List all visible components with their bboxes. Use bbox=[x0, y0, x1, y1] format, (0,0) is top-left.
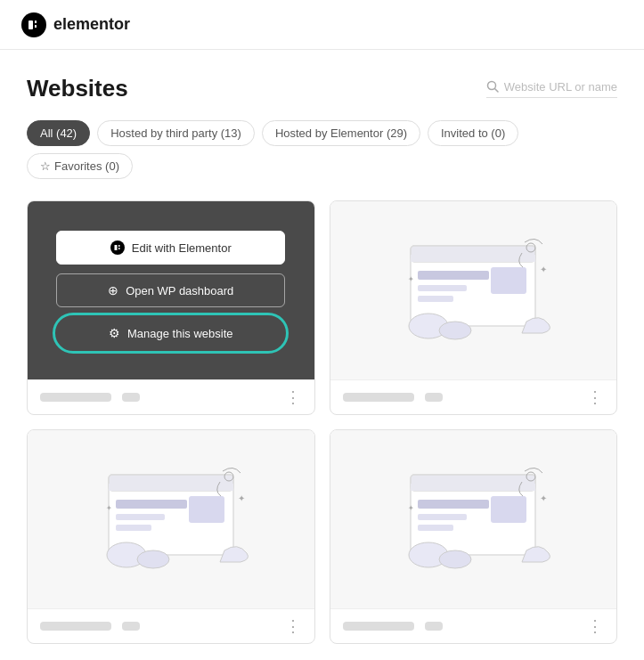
logo-area: elementor bbox=[21, 12, 130, 37]
svg-rect-10 bbox=[411, 255, 535, 262]
tab-favorites-label: Favorites (0) bbox=[54, 159, 119, 173]
gear-icon: ⚙ bbox=[109, 326, 120, 340]
svg-text:✦: ✦ bbox=[106, 504, 112, 512]
manage-website-button[interactable]: ⚙ Manage this website bbox=[56, 316, 285, 350]
svg-point-41 bbox=[439, 550, 471, 568]
site-name-detail-3 bbox=[122, 622, 140, 631]
svg-rect-25 bbox=[116, 525, 151, 531]
svg-rect-35 bbox=[418, 500, 489, 509]
svg-rect-23 bbox=[116, 500, 187, 509]
website-card-4: ✦ ✦ ⋮ bbox=[330, 429, 618, 644]
card-thumbnail-2: ✦ ✦ bbox=[330, 201, 617, 379]
wp-button-label: Open WP dashboard bbox=[126, 284, 233, 297]
more-options-2[interactable]: ⋮ bbox=[587, 389, 604, 405]
filter-tabs: All (42) Hosted by third party (13) Host… bbox=[27, 120, 617, 179]
svg-text:✦: ✦ bbox=[238, 493, 245, 503]
svg-rect-1 bbox=[35, 20, 37, 23]
svg-rect-34 bbox=[411, 484, 535, 491]
svg-rect-5 bbox=[114, 245, 117, 250]
svg-rect-13 bbox=[418, 296, 453, 302]
star-icon: ☆ bbox=[40, 159, 51, 173]
logo-icon bbox=[21, 12, 46, 37]
site-name-detail-1 bbox=[122, 393, 140, 402]
card-thumbnail-4: ✦ ✦ bbox=[330, 430, 617, 608]
search-placeholder-text: Website URL or name bbox=[504, 80, 617, 94]
svg-text:✦: ✦ bbox=[540, 265, 547, 274]
svg-rect-0 bbox=[29, 20, 33, 29]
tab-invited[interactable]: Invited to (0) bbox=[428, 120, 518, 146]
card-footer-2: ⋮ bbox=[330, 379, 617, 414]
svg-rect-24 bbox=[116, 514, 165, 520]
site-info-left-1 bbox=[40, 393, 140, 402]
open-wp-dashboard-button[interactable]: ⊕ Open WP dashboard bbox=[56, 273, 285, 307]
svg-rect-22 bbox=[109, 484, 233, 491]
svg-rect-6 bbox=[118, 245, 120, 247]
more-options-3[interactable]: ⋮ bbox=[285, 618, 302, 634]
svg-text:✦: ✦ bbox=[408, 275, 414, 283]
site-name-2 bbox=[343, 393, 414, 402]
svg-rect-2 bbox=[35, 25, 37, 28]
tab-third-party[interactable]: Hosted by third party (13) bbox=[97, 120, 255, 146]
svg-rect-14 bbox=[491, 267, 526, 294]
more-options-1[interactable]: ⋮ bbox=[285, 389, 302, 405]
site-illustration-4: ✦ ✦ bbox=[330, 430, 617, 608]
tab-favorites[interactable]: ☆ Favorites (0) bbox=[27, 153, 133, 179]
svg-rect-11 bbox=[418, 271, 489, 280]
more-options-4[interactable]: ⋮ bbox=[587, 618, 604, 634]
search-area[interactable]: Website URL or name bbox=[486, 80, 617, 98]
site-name-1 bbox=[40, 393, 111, 402]
svg-rect-7 bbox=[118, 248, 120, 249]
svg-rect-37 bbox=[418, 525, 453, 531]
card-footer-1: ⋮ bbox=[28, 379, 314, 414]
overlay-buttons: Edit with Elementor ⊕ Open WP dashboard … bbox=[56, 231, 285, 350]
elementor-small-icon bbox=[110, 240, 125, 255]
title-row: Websites Website URL or name bbox=[27, 75, 617, 102]
manage-button-label: Manage this website bbox=[127, 327, 233, 340]
site-name-3 bbox=[40, 622, 111, 631]
svg-rect-26 bbox=[189, 496, 224, 523]
website-card-2: ✦ ✦ ⋮ bbox=[330, 200, 618, 415]
website-card-1: Edit with Elementor ⊕ Open WP dashboard … bbox=[27, 200, 315, 415]
app-header: elementor bbox=[0, 0, 644, 50]
main-content: Websites Website URL or name All (42) Ho… bbox=[0, 50, 644, 660]
svg-rect-38 bbox=[491, 496, 526, 523]
card-footer-3: ⋮ bbox=[28, 608, 314, 643]
card-footer-4: ⋮ bbox=[330, 608, 617, 643]
svg-point-29 bbox=[137, 550, 169, 568]
site-illustration-2: ✦ ✦ bbox=[330, 201, 617, 379]
site-name-4 bbox=[343, 622, 414, 631]
svg-point-17 bbox=[439, 322, 471, 339]
svg-text:✦: ✦ bbox=[540, 493, 547, 503]
site-name-detail-2 bbox=[425, 393, 443, 402]
logo-text: elementor bbox=[53, 15, 130, 34]
svg-rect-36 bbox=[418, 514, 467, 520]
svg-text:✦: ✦ bbox=[408, 504, 414, 512]
tab-elementor[interactable]: Hosted by Elementor (29) bbox=[262, 120, 420, 146]
website-card-3: ✦ ✦ ⋮ bbox=[27, 429, 315, 644]
card-thumbnail-3: ✦ ✦ bbox=[28, 430, 314, 608]
site-info-left-3 bbox=[40, 622, 140, 631]
card-thumbnail-1: Edit with Elementor ⊕ Open WP dashboard … bbox=[28, 201, 314, 379]
svg-line-4 bbox=[494, 89, 498, 93]
edit-button-label: Edit with Elementor bbox=[132, 241, 232, 255]
svg-rect-12 bbox=[418, 285, 467, 291]
wp-icon: ⊕ bbox=[108, 283, 118, 297]
tab-all[interactable]: All (42) bbox=[27, 120, 90, 146]
site-info-left-2 bbox=[343, 393, 443, 402]
site-name-detail-4 bbox=[425, 622, 443, 631]
site-info-left-4 bbox=[343, 622, 443, 631]
page-title: Websites bbox=[27, 75, 128, 102]
search-icon bbox=[486, 80, 499, 93]
cards-grid: Edit with Elementor ⊕ Open WP dashboard … bbox=[27, 200, 617, 644]
site-illustration-3: ✦ ✦ bbox=[28, 430, 314, 608]
edit-with-elementor-button[interactable]: Edit with Elementor bbox=[56, 231, 285, 265]
